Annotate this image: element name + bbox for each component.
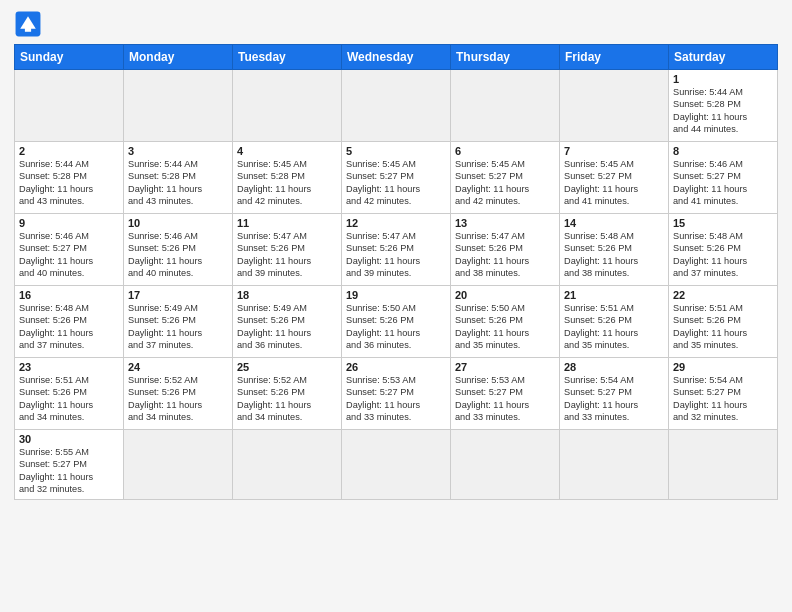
calendar-cell: 6Sunrise: 5:45 AM Sunset: 5:27 PM Daylig… (451, 142, 560, 214)
calendar-cell: 19Sunrise: 5:50 AM Sunset: 5:26 PM Dayli… (342, 286, 451, 358)
calendar-cell: 22Sunrise: 5:51 AM Sunset: 5:26 PM Dayli… (669, 286, 778, 358)
day-info: Sunrise: 5:53 AM Sunset: 5:27 PM Dayligh… (346, 374, 446, 424)
day-info: Sunrise: 5:48 AM Sunset: 5:26 PM Dayligh… (564, 230, 664, 280)
day-info: Sunrise: 5:51 AM Sunset: 5:26 PM Dayligh… (673, 302, 773, 352)
day-info: Sunrise: 5:50 AM Sunset: 5:26 PM Dayligh… (455, 302, 555, 352)
day-info: Sunrise: 5:51 AM Sunset: 5:26 PM Dayligh… (19, 374, 119, 424)
day-number: 6 (455, 145, 555, 157)
day-number: 13 (455, 217, 555, 229)
day-number: 15 (673, 217, 773, 229)
day-number: 1 (673, 73, 773, 85)
calendar-cell: 24Sunrise: 5:52 AM Sunset: 5:26 PM Dayli… (124, 358, 233, 430)
calendar-cell: 14Sunrise: 5:48 AM Sunset: 5:26 PM Dayli… (560, 214, 669, 286)
day-number: 12 (346, 217, 446, 229)
day-info: Sunrise: 5:52 AM Sunset: 5:26 PM Dayligh… (237, 374, 337, 424)
weekday-header: Monday (124, 45, 233, 70)
calendar-cell (451, 70, 560, 142)
day-info: Sunrise: 5:47 AM Sunset: 5:26 PM Dayligh… (237, 230, 337, 280)
calendar-cell: 4Sunrise: 5:45 AM Sunset: 5:28 PM Daylig… (233, 142, 342, 214)
weekday-header: Tuesday (233, 45, 342, 70)
calendar-cell: 20Sunrise: 5:50 AM Sunset: 5:26 PM Dayli… (451, 286, 560, 358)
calendar-cell: 26Sunrise: 5:53 AM Sunset: 5:27 PM Dayli… (342, 358, 451, 430)
day-info: Sunrise: 5:46 AM Sunset: 5:27 PM Dayligh… (673, 158, 773, 208)
calendar-cell (342, 430, 451, 500)
day-info: Sunrise: 5:50 AM Sunset: 5:26 PM Dayligh… (346, 302, 446, 352)
weekday-header: Friday (560, 45, 669, 70)
day-number: 30 (19, 433, 119, 445)
weekday-header: Sunday (15, 45, 124, 70)
day-info: Sunrise: 5:48 AM Sunset: 5:26 PM Dayligh… (673, 230, 773, 280)
calendar-cell (124, 70, 233, 142)
calendar-cell: 12Sunrise: 5:47 AM Sunset: 5:26 PM Dayli… (342, 214, 451, 286)
calendar-cell: 17Sunrise: 5:49 AM Sunset: 5:26 PM Dayli… (124, 286, 233, 358)
day-number: 21 (564, 289, 664, 301)
day-info: Sunrise: 5:44 AM Sunset: 5:28 PM Dayligh… (673, 86, 773, 136)
day-number: 4 (237, 145, 337, 157)
calendar-cell: 28Sunrise: 5:54 AM Sunset: 5:27 PM Dayli… (560, 358, 669, 430)
calendar-cell (451, 430, 560, 500)
calendar-cell (669, 430, 778, 500)
calendar-cell: 2Sunrise: 5:44 AM Sunset: 5:28 PM Daylig… (15, 142, 124, 214)
calendar-cell: 7Sunrise: 5:45 AM Sunset: 5:27 PM Daylig… (560, 142, 669, 214)
day-info: Sunrise: 5:46 AM Sunset: 5:26 PM Dayligh… (128, 230, 228, 280)
day-number: 22 (673, 289, 773, 301)
day-number: 3 (128, 145, 228, 157)
day-info: Sunrise: 5:53 AM Sunset: 5:27 PM Dayligh… (455, 374, 555, 424)
svg-rect-2 (25, 26, 31, 32)
day-number: 19 (346, 289, 446, 301)
calendar-cell: 25Sunrise: 5:52 AM Sunset: 5:26 PM Dayli… (233, 358, 342, 430)
calendar-cell (15, 70, 124, 142)
logo (14, 10, 46, 38)
day-info: Sunrise: 5:55 AM Sunset: 5:27 PM Dayligh… (19, 446, 119, 496)
weekday-header: Wednesday (342, 45, 451, 70)
day-info: Sunrise: 5:52 AM Sunset: 5:26 PM Dayligh… (128, 374, 228, 424)
calendar-cell: 13Sunrise: 5:47 AM Sunset: 5:26 PM Dayli… (451, 214, 560, 286)
day-number: 27 (455, 361, 555, 373)
day-number: 16 (19, 289, 119, 301)
calendar-cell: 27Sunrise: 5:53 AM Sunset: 5:27 PM Dayli… (451, 358, 560, 430)
calendar-cell: 10Sunrise: 5:46 AM Sunset: 5:26 PM Dayli… (124, 214, 233, 286)
calendar-cell: 21Sunrise: 5:51 AM Sunset: 5:26 PM Dayli… (560, 286, 669, 358)
calendar-cell: 3Sunrise: 5:44 AM Sunset: 5:28 PM Daylig… (124, 142, 233, 214)
day-info: Sunrise: 5:45 AM Sunset: 5:27 PM Dayligh… (455, 158, 555, 208)
day-number: 25 (237, 361, 337, 373)
day-number: 5 (346, 145, 446, 157)
calendar-cell: 9Sunrise: 5:46 AM Sunset: 5:27 PM Daylig… (15, 214, 124, 286)
day-info: Sunrise: 5:45 AM Sunset: 5:27 PM Dayligh… (564, 158, 664, 208)
day-info: Sunrise: 5:48 AM Sunset: 5:26 PM Dayligh… (19, 302, 119, 352)
day-number: 8 (673, 145, 773, 157)
calendar-cell: 11Sunrise: 5:47 AM Sunset: 5:26 PM Dayli… (233, 214, 342, 286)
day-info: Sunrise: 5:49 AM Sunset: 5:26 PM Dayligh… (128, 302, 228, 352)
day-number: 26 (346, 361, 446, 373)
day-number: 17 (128, 289, 228, 301)
calendar-cell: 16Sunrise: 5:48 AM Sunset: 5:26 PM Dayli… (15, 286, 124, 358)
calendar-cell: 5Sunrise: 5:45 AM Sunset: 5:27 PM Daylig… (342, 142, 451, 214)
weekday-header: Thursday (451, 45, 560, 70)
calendar: SundayMondayTuesdayWednesdayThursdayFrid… (14, 44, 778, 500)
calendar-cell: 8Sunrise: 5:46 AM Sunset: 5:27 PM Daylig… (669, 142, 778, 214)
day-number: 10 (128, 217, 228, 229)
day-info: Sunrise: 5:54 AM Sunset: 5:27 PM Dayligh… (673, 374, 773, 424)
calendar-cell: 23Sunrise: 5:51 AM Sunset: 5:26 PM Dayli… (15, 358, 124, 430)
day-number: 28 (564, 361, 664, 373)
day-number: 2 (19, 145, 119, 157)
day-number: 14 (564, 217, 664, 229)
day-info: Sunrise: 5:45 AM Sunset: 5:27 PM Dayligh… (346, 158, 446, 208)
calendar-cell: 15Sunrise: 5:48 AM Sunset: 5:26 PM Dayli… (669, 214, 778, 286)
calendar-cell (560, 430, 669, 500)
day-info: Sunrise: 5:47 AM Sunset: 5:26 PM Dayligh… (455, 230, 555, 280)
calendar-cell: 1Sunrise: 5:44 AM Sunset: 5:28 PM Daylig… (669, 70, 778, 142)
calendar-cell (233, 430, 342, 500)
calendar-cell (233, 70, 342, 142)
day-info: Sunrise: 5:47 AM Sunset: 5:26 PM Dayligh… (346, 230, 446, 280)
calendar-cell (342, 70, 451, 142)
day-info: Sunrise: 5:54 AM Sunset: 5:27 PM Dayligh… (564, 374, 664, 424)
logo-icon (14, 10, 42, 38)
day-number: 18 (237, 289, 337, 301)
weekday-header: Saturday (669, 45, 778, 70)
calendar-cell: 18Sunrise: 5:49 AM Sunset: 5:26 PM Dayli… (233, 286, 342, 358)
calendar-cell (124, 430, 233, 500)
day-number: 11 (237, 217, 337, 229)
day-info: Sunrise: 5:49 AM Sunset: 5:26 PM Dayligh… (237, 302, 337, 352)
day-info: Sunrise: 5:44 AM Sunset: 5:28 PM Dayligh… (128, 158, 228, 208)
